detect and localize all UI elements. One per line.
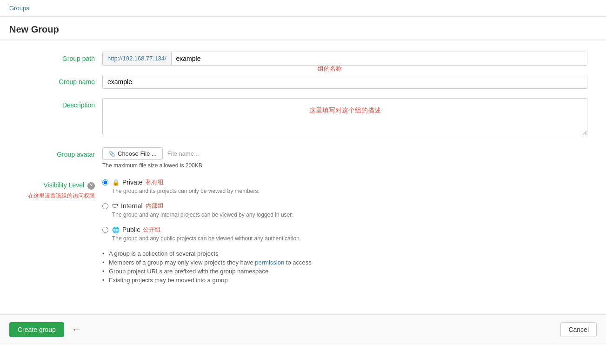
- visibility-private-title: Private 私有组: [112, 178, 260, 186]
- visibility-internal-name: Internal: [121, 202, 143, 210]
- group-name-row: Group name 组的名称: [19, 75, 587, 89]
- info-bullet-2: Group project URLs are prefixed with the…: [102, 267, 587, 276]
- shield-icon: [112, 202, 118, 210]
- description-label: Description: [19, 98, 102, 109]
- page-header: New Group: [0, 17, 606, 40]
- group-avatar-row: Group avatar Choose File ... File name..…: [19, 147, 587, 169]
- visibility-annotation: 在这里设置该组的访问权限: [19, 192, 95, 200]
- choose-file-button[interactable]: Choose File ...: [102, 147, 163, 160]
- info-bullets-list: A group is a collection of several proje…: [102, 249, 587, 285]
- visibility-internal-content: Internal 内部组 The group and any internal …: [112, 202, 293, 218]
- group-path-prefix: http://192.168.77.134/: [103, 52, 172, 65]
- group-path-control: http://192.168.77.134/: [102, 52, 587, 66]
- visibility-public-desc: The group and any public projects can be…: [112, 235, 301, 242]
- visibility-label-wrap: Visibility Level ? 在这里设置该组的访问权限: [19, 178, 102, 199]
- create-group-button[interactable]: Create group: [9, 322, 64, 337]
- permission-link[interactable]: permission: [255, 259, 284, 266]
- group-name-input[interactable]: [102, 75, 587, 89]
- visibility-public-title: Public 公开组: [112, 225, 301, 234]
- info-bullet-1: Members of a group may only view project…: [102, 258, 587, 267]
- footer-left: Create group ←: [9, 322, 82, 337]
- paperclip-icon: [108, 150, 115, 157]
- new-group-form: Group path http://192.168.77.134/ Group …: [0, 40, 606, 305]
- visibility-private-name: Private: [122, 179, 143, 186]
- visibility-option-internal: Internal 内部组 The group and any internal …: [102, 202, 587, 218]
- group-path-label: Group path: [19, 52, 102, 62]
- group-path-input-group: http://192.168.77.134/: [102, 52, 587, 66]
- visibility-public-name-cn: 公开组: [143, 225, 161, 234]
- visibility-private-name-cn: 私有组: [146, 178, 164, 186]
- visibility-public-content: Public 公开组 The group and any public proj…: [112, 225, 301, 242]
- info-bullet-3: Existing projects may be moved into a gr…: [102, 276, 587, 285]
- group-avatar-control: Choose File ... File name... The maximum…: [102, 147, 587, 169]
- group-path-input[interactable]: [172, 52, 587, 65]
- visibility-radio-internal[interactable]: [102, 203, 108, 209]
- choose-file-label: Choose File ...: [118, 150, 157, 157]
- help-icon[interactable]: ?: [87, 182, 95, 190]
- info-bullet-0: A group is a collection of several proje…: [102, 249, 587, 258]
- visibility-options: Private 私有组 The group and its projects c…: [102, 178, 587, 285]
- group-path-row: Group path http://192.168.77.134/: [19, 52, 587, 66]
- visibility-option-private: Private 私有组 The group and its projects c…: [102, 178, 587, 194]
- description-row: Description 这里填写对这个组的描述: [19, 98, 587, 138]
- globe-icon: [112, 226, 120, 233]
- visibility-private-desc: The group and its projects can only be v…: [112, 188, 260, 194]
- visibility-row: Visibility Level ? 在这里设置该组的访问权限 Private …: [19, 178, 587, 285]
- description-control: 这里填写对这个组的描述: [102, 98, 587, 138]
- visibility-internal-desc: The group and any internal projects can …: [112, 212, 293, 218]
- group-avatar-label: Group avatar: [19, 147, 102, 158]
- group-name-annotation: 组的名称: [318, 65, 342, 73]
- visibility-private-content: Private 私有组 The group and its projects c…: [112, 178, 260, 194]
- breadcrumb: Groups: [0, 0, 606, 17]
- lock-icon: [112, 179, 120, 186]
- description-input[interactable]: [102, 98, 587, 135]
- visibility-internal-name-cn: 内部组: [146, 202, 164, 210]
- visibility-radio-public[interactable]: [102, 227, 108, 233]
- arrow-indicator: ←: [72, 324, 82, 335]
- footer-bar: Create group ← Cancel: [0, 314, 606, 344]
- visibility-option-public: Public 公开组 The group and any public proj…: [102, 225, 587, 242]
- visibility-label: Visibility Level: [43, 181, 84, 189]
- cancel-button[interactable]: Cancel: [560, 322, 597, 337]
- file-size-note: The maximum file size allowed is 200KB.: [102, 162, 587, 169]
- file-name-placeholder: File name...: [167, 150, 199, 157]
- visibility-internal-title: Internal 内部组: [112, 202, 293, 210]
- info-bullets: A group is a collection of several proje…: [102, 249, 587, 285]
- group-name-label: Group name: [19, 75, 102, 86]
- visibility-radio-private[interactable]: [102, 179, 108, 185]
- group-name-control: 组的名称: [102, 75, 587, 89]
- page-title: New Group: [9, 24, 597, 35]
- visibility-public-name: Public: [122, 226, 140, 233]
- breadcrumb-link[interactable]: Groups: [9, 5, 29, 12]
